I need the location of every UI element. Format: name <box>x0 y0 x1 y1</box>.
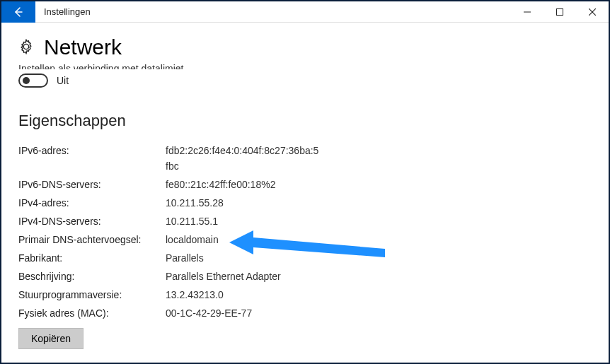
page-title: Netwerk <box>44 35 122 59</box>
property-row: IPv4-adres:10.211.55.28 <box>18 195 592 211</box>
property-row: IPv6-DNS-servers:fe80::21c:42ff:fe00:18%… <box>18 177 592 192</box>
back-button[interactable] <box>1 1 35 23</box>
back-arrow-icon <box>13 6 24 18</box>
section-title: Eigenschappen <box>18 112 592 130</box>
property-label: Fysiek adres (MAC): <box>18 305 166 321</box>
svg-rect-2 <box>557 9 563 16</box>
page-header: Netwerk <box>18 35 592 59</box>
property-value: Parallels Ethernet Adapter <box>166 269 281 284</box>
property-value: fdb2:2c26:f4e4:0:404f:8c27:36ba:5fbc <box>166 143 321 174</box>
close-button[interactable] <box>576 1 609 23</box>
maximize-button[interactable] <box>543 1 576 23</box>
titlebar: Instellingen <box>1 1 609 23</box>
toggle-thumb <box>23 77 30 84</box>
window-controls <box>511 1 609 22</box>
property-value: Parallels <box>166 250 204 266</box>
maximize-icon <box>556 8 563 16</box>
property-value: localdomain <box>166 232 219 247</box>
metered-toggle-row: Uit <box>18 74 592 88</box>
minimize-icon <box>524 8 531 16</box>
property-value: 00-1C-42-29-EE-77 <box>166 305 252 321</box>
copy-button-label: Kopiëren <box>31 333 71 344</box>
minimize-button[interactable] <box>511 1 543 23</box>
property-label: IPv4-DNS-servers: <box>18 213 166 229</box>
metered-label-container: Instellen als verbinding met datalimiet <box>18 62 592 69</box>
property-value: fe80::21c:42ff:fe00:18%2 <box>166 177 275 192</box>
property-row: Fabrikant:Parallels <box>18 250 592 266</box>
property-row: IPv6-adres:fdb2:2c26:f4e4:0:404f:8c27:36… <box>18 143 592 174</box>
property-label: IPv4-adres: <box>18 195 166 211</box>
property-row: Fysiek adres (MAC):00-1C-42-29-EE-77 <box>18 305 592 321</box>
property-label: Stuurprogrammaversie: <box>18 287 166 303</box>
property-label: Fabrikant: <box>18 250 166 266</box>
properties-list: IPv6-adres:fdb2:2c26:f4e4:0:404f:8c27:36… <box>18 143 592 321</box>
metered-state-label: Uit <box>57 75 69 86</box>
property-value: 13.2.43213.0 <box>166 287 224 303</box>
close-icon <box>589 8 596 16</box>
property-label: IPv6-adres: <box>18 143 166 174</box>
metered-toggle[interactable] <box>18 74 48 88</box>
property-value: 10.211.55.1 <box>166 213 218 229</box>
gear-icon <box>18 39 34 57</box>
property-row: Stuurprogrammaversie:13.2.43213.0 <box>18 287 592 303</box>
property-label: IPv6-DNS-servers: <box>18 177 166 192</box>
content: Netwerk Instellen als verbinding met dat… <box>1 23 609 363</box>
property-label: Primair DNS-achtervoegsel: <box>18 232 166 247</box>
property-row: IPv4-DNS-servers:10.211.55.1 <box>18 213 592 229</box>
property-value: 10.211.55.28 <box>166 195 224 211</box>
property-label: Beschrijving: <box>18 269 166 284</box>
property-row: Primair DNS-achtervoegsel:localdomain <box>18 232 592 247</box>
copy-button[interactable]: Kopiëren <box>18 328 84 349</box>
property-row: Beschrijving:Parallels Ethernet Adapter <box>18 269 592 284</box>
metered-label: Instellen als verbinding met datalimiet <box>18 63 183 69</box>
window-title: Instellingen <box>44 6 91 17</box>
